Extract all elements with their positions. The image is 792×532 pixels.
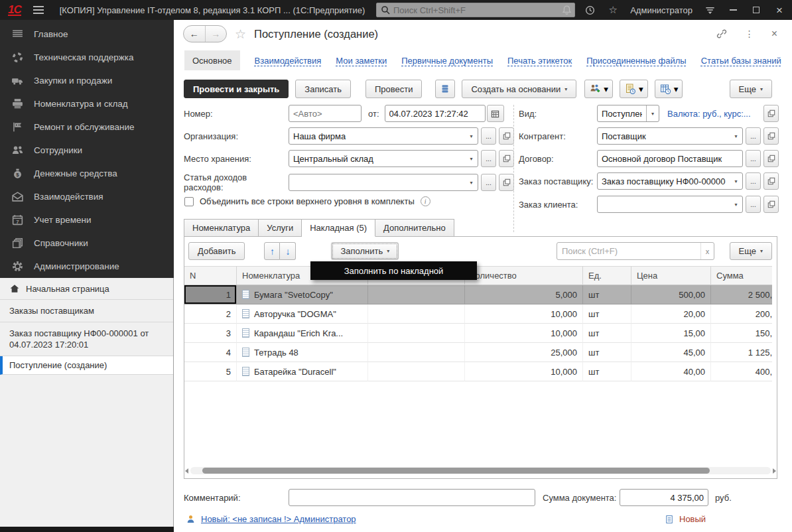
info-icon[interactable]: i xyxy=(421,196,430,206)
sidebar-item-uchet-vremeni[interactable]: 7 Учет времени xyxy=(0,208,174,232)
nav-home[interactable]: Начальная страница xyxy=(0,278,173,300)
organization-open-button[interactable] xyxy=(499,127,514,145)
cell-qty[interactable]: 10,000 xyxy=(465,304,583,324)
storage-input[interactable] xyxy=(289,154,465,164)
supplier-order-input[interactable] xyxy=(598,176,730,186)
contractor-open-button[interactable] xyxy=(763,127,779,145)
contractor-input[interactable] xyxy=(598,131,730,141)
scroll-left-arrow[interactable] xyxy=(185,468,188,474)
cell-sum[interactable]: 150, xyxy=(711,324,772,343)
close-window-button[interactable]: × xyxy=(773,4,785,16)
cell-qty[interactable]: 10,000 xyxy=(465,324,583,343)
move-down-button[interactable]: ↓ xyxy=(280,242,296,260)
combine-checkbox[interactable] xyxy=(184,197,194,206)
grid-tab-uslugi[interactable]: Услуги xyxy=(259,219,302,237)
cell-price[interactable]: 500,00 xyxy=(631,285,711,304)
storage-choose-button[interactable]: ... xyxy=(481,150,496,167)
sidebar-item-zakupki[interactable]: Закупки и продажи xyxy=(0,69,174,92)
post-button[interactable]: Провести xyxy=(365,80,423,98)
cell-nomenclature[interactable]: Батарейка "Duracell" xyxy=(237,362,368,381)
global-search[interactable] xyxy=(376,3,575,17)
cell-nomenclature[interactable]: Бумага "SvetoCopy" xyxy=(237,285,368,304)
create-based-on-button[interactable]: Создать на основании ▾ xyxy=(462,80,576,98)
cell-unit[interactable]: шт xyxy=(583,324,631,343)
tab-prisoedinennye-fayly[interactable]: Присоединенные файлы xyxy=(586,56,687,66)
tab-vzaimodeystviya[interactable]: Взаимодействия xyxy=(255,56,322,66)
date-input[interactable] xyxy=(385,105,486,122)
tab-pechat-etiketok[interactable]: Печать этикеток xyxy=(507,56,572,66)
notifications-bell-icon[interactable] xyxy=(561,4,572,16)
organization-choose-button[interactable]: ... xyxy=(481,127,496,145)
calendar-picker-button[interactable] xyxy=(487,105,504,122)
menu-item-fill-by-invoice[interactable]: Заполнить по накладной xyxy=(344,266,444,276)
move-up-button[interactable]: ↑ xyxy=(264,242,280,260)
col-kolichestvo[interactable]: Количество xyxy=(465,266,583,285)
back-button[interactable]: ← xyxy=(184,26,206,42)
favorite-star-icon[interactable]: ☆ xyxy=(235,27,246,42)
cell-qty[interactable]: 25,000 xyxy=(465,343,583,362)
grid-tab-nomenklatura[interactable]: Номенклатура xyxy=(184,219,259,237)
expense-item-choose-button[interactable]: ... xyxy=(481,174,496,191)
add-row-button[interactable]: Добавить xyxy=(188,242,245,260)
kind-open-button[interactable] xyxy=(763,105,779,122)
nav-window-receipt-active[interactable]: Поступление (создание) xyxy=(0,356,173,375)
grid-tab-dopolnitelno[interactable]: Дополнительно xyxy=(375,219,454,237)
post-and-close-button[interactable]: Провести и закрыть xyxy=(184,80,289,98)
tab-moi-zametki[interactable]: Мои заметки xyxy=(336,56,387,66)
cell-nomenclature[interactable]: Тетрадь 48 xyxy=(237,343,368,362)
global-search-input[interactable] xyxy=(393,5,570,15)
cell-price[interactable]: 15,00 xyxy=(631,324,711,343)
cell-price[interactable]: 40,00 xyxy=(631,362,711,381)
total-input[interactable] xyxy=(620,489,708,506)
cell-price[interactable]: 20,00 xyxy=(631,304,711,324)
sidebar-item-sotrudniki[interactable]: Сотрудники xyxy=(0,139,174,162)
supplier-order-combo[interactable]: ▾ xyxy=(597,172,743,190)
tab-pervichnye-dokumenty[interactable]: Первичные документы xyxy=(401,56,493,66)
cell-nomenclature[interactable]: Авторучка "DOGMA" xyxy=(237,304,368,324)
table-row[interactable]: 2 Авторучка "DOGMA" 10,000 шт 20,00 200, xyxy=(184,304,772,324)
sidebar-item-tehpodderzhka[interactable]: Техническая поддержка xyxy=(0,46,174,69)
current-user[interactable]: Администратор xyxy=(630,5,693,15)
cell-n[interactable]: 5 xyxy=(184,362,237,381)
col-n[interactable]: N xyxy=(184,266,237,285)
organization-combo[interactable]: ▾ xyxy=(289,127,478,145)
maximize-button[interactable] xyxy=(750,4,762,16)
sidebar-item-spravochniki[interactable]: Справочники xyxy=(0,232,174,255)
cell-extra[interactable] xyxy=(368,324,465,343)
minimize-button[interactable] xyxy=(727,4,739,16)
cell-sum[interactable]: 2 500, xyxy=(711,285,772,304)
nav-window-orders[interactable]: Заказы поставщикам xyxy=(0,300,173,322)
cell-n[interactable]: 2 xyxy=(184,304,237,324)
document-status-link[interactable]: Новый: <не записан !> Администратор xyxy=(201,514,356,524)
document-more-button[interactable]: Еще ▾ xyxy=(730,80,772,98)
clear-search-icon[interactable]: x xyxy=(700,243,714,259)
sidebar-item-vzaimodeystviya[interactable]: Взаимодействия xyxy=(0,185,174,208)
comment-input[interactable] xyxy=(289,489,535,506)
cell-sum[interactable]: 1 125, xyxy=(711,343,772,362)
supplier-order-choose-button[interactable]: ... xyxy=(746,172,761,190)
kind-input[interactable] xyxy=(598,109,646,119)
sidebar-item-remont[interactable]: Ремонт и обслуживание xyxy=(0,115,174,139)
combo-arrow-icon[interactable]: ▾ xyxy=(465,133,478,139)
cell-nomenclature[interactable]: Карандаш "Erich Kra... xyxy=(237,324,368,343)
client-order-input[interactable] xyxy=(598,200,730,210)
nav-window-supplier-order[interactable]: Заказ поставщику НФ00-000001 от 04.07.20… xyxy=(0,322,173,356)
col-summa[interactable]: Сумма xyxy=(711,266,772,285)
combo-arrow-icon[interactable]: ▾ xyxy=(730,133,742,139)
storage-combo[interactable]: ▾ xyxy=(289,150,478,167)
scrollbar-thumb[interactable] xyxy=(202,468,710,474)
currency-link[interactable]: Валюта: руб., курс:... xyxy=(667,109,751,119)
write-button[interactable]: Записать xyxy=(295,80,351,98)
col-cena[interactable]: Цена xyxy=(631,266,711,285)
expense-item-combo[interactable]: ▾ xyxy=(289,174,478,191)
grid-search-input[interactable] xyxy=(557,246,700,256)
col-ed[interactable]: Ед. xyxy=(583,266,631,285)
grid-search[interactable]: x xyxy=(557,242,714,260)
register-records-button[interactable] xyxy=(435,80,455,98)
combo-arrow-icon[interactable]: ▾ xyxy=(465,156,478,162)
contract-open-button[interactable] xyxy=(763,150,779,167)
supplier-order-open-button[interactable] xyxy=(763,172,779,190)
get-link-icon[interactable] xyxy=(716,28,728,40)
document-tasks-dropdown-button[interactable]: ▾ xyxy=(620,80,648,98)
cell-n[interactable]: 1 xyxy=(184,285,237,304)
